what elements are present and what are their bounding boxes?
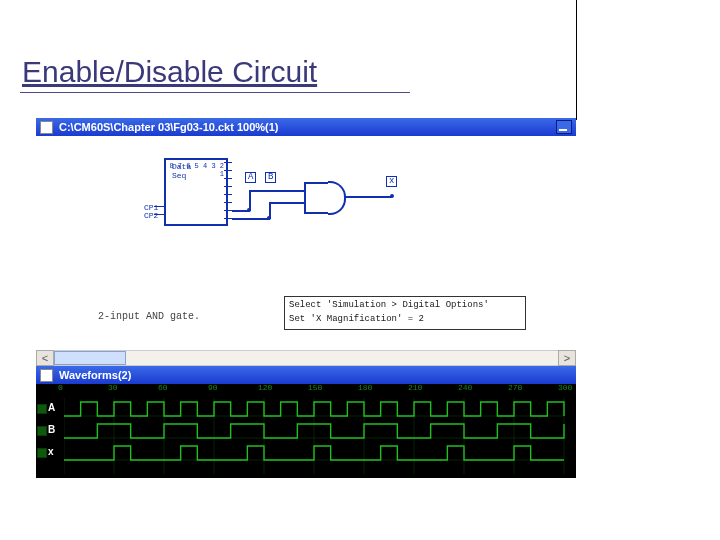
cp2-pin xyxy=(154,214,164,215)
data-seq-block[interactable]: Data Seq 8 7 6 5 4 3 2 1 CP1 CP2 xyxy=(164,158,228,226)
signal-label-b[interactable]: B xyxy=(48,425,55,435)
ruler-tick: 30 xyxy=(108,384,118,392)
waveform-canvas[interactable]: 0306090120150180210240270300 A B x xyxy=(36,384,576,478)
ruler-tick: 210 xyxy=(408,384,422,392)
and-gate[interactable] xyxy=(304,182,344,210)
net-label-b[interactable]: B xyxy=(265,172,276,183)
ruler-tick: 240 xyxy=(458,384,472,392)
ruler-tick: 180 xyxy=(358,384,372,392)
time-ruler: 0306090120150180210240270300 xyxy=(64,384,576,398)
ruler-tick: 270 xyxy=(508,384,522,392)
node-b xyxy=(267,216,271,220)
node-a xyxy=(247,208,251,212)
divider-horizontal xyxy=(20,92,410,93)
waveform-svg xyxy=(64,398,576,478)
pin-3 xyxy=(224,202,232,203)
signal-color-a xyxy=(37,404,47,414)
pin-5 xyxy=(224,186,232,187)
schematic-canvas[interactable]: Data Seq 8 7 6 5 4 3 2 1 CP1 CP2 A xyxy=(36,136,576,336)
circuit-window: C:\CM60S\Chapter 03\Fg03-10.ckt 100%(1) … xyxy=(36,118,576,366)
ruler-tick: 120 xyxy=(258,384,272,392)
wire-x xyxy=(344,196,392,198)
instruction-box: Select 'Simulation > Digital Options' Se… xyxy=(284,296,526,330)
signal-label-a[interactable]: A xyxy=(48,403,55,413)
divider-vertical xyxy=(576,0,577,120)
pin-8 xyxy=(224,162,232,163)
circuit-titlebar[interactable]: C:\CM60S\Chapter 03\Fg03-10.ckt 100%(1) xyxy=(36,118,576,136)
circuit-title: C:\CM60S\Chapter 03\Fg03-10.ckt 100%(1) xyxy=(59,122,278,133)
ruler-tick: 60 xyxy=(158,384,168,392)
waveform-A xyxy=(64,402,564,416)
ruler-tick: 300 xyxy=(558,384,572,392)
gate-description: 2-input AND gate. xyxy=(98,311,200,322)
signal-color-x xyxy=(37,448,47,458)
pin-1 xyxy=(224,218,232,219)
signal-label-x[interactable]: x xyxy=(48,447,54,457)
slide: Enable/Disable Circuit C:\CM60S\Chapter … xyxy=(0,0,720,540)
waveform-titlebar[interactable]: Waveforms(2) xyxy=(36,366,576,384)
wire-b-1 xyxy=(232,218,270,220)
pin-7 xyxy=(224,170,232,171)
sysmenu-icon[interactable] xyxy=(40,369,53,382)
ruler-tick: 150 xyxy=(308,384,322,392)
ruler-tick: 90 xyxy=(208,384,218,392)
node-x xyxy=(390,194,394,198)
page-title: Enable/Disable Circuit xyxy=(22,55,317,89)
scroll-right-button[interactable]: > xyxy=(558,350,576,366)
scroll-left-button[interactable]: < xyxy=(36,350,54,366)
pin-4 xyxy=(224,194,232,195)
waveform-x xyxy=(64,446,564,460)
waveform-window: Waveforms(2) 030609012015018021024027030… xyxy=(36,366,576,478)
wire-b-3 xyxy=(269,202,304,204)
minimize-button[interactable] xyxy=(556,120,572,134)
wire-a-3 xyxy=(249,190,304,192)
net-label-a[interactable]: A xyxy=(245,172,256,183)
scroll-track[interactable] xyxy=(54,350,558,366)
pin-6 xyxy=(224,178,232,179)
scroll-thumb[interactable] xyxy=(54,351,126,365)
pin-2 xyxy=(224,210,232,211)
sysmenu-icon[interactable] xyxy=(40,121,53,134)
cp1-pin xyxy=(154,206,164,207)
net-label-x[interactable]: x xyxy=(386,176,397,187)
signal-color-b xyxy=(37,426,47,436)
data-seq-pin-numbers: 8 7 6 5 4 3 2 1 xyxy=(166,162,224,178)
ruler-tick: 0 xyxy=(58,384,63,392)
h-scrollbar[interactable]: < > xyxy=(36,350,576,366)
waveform-title: Waveforms(2) xyxy=(59,370,131,381)
